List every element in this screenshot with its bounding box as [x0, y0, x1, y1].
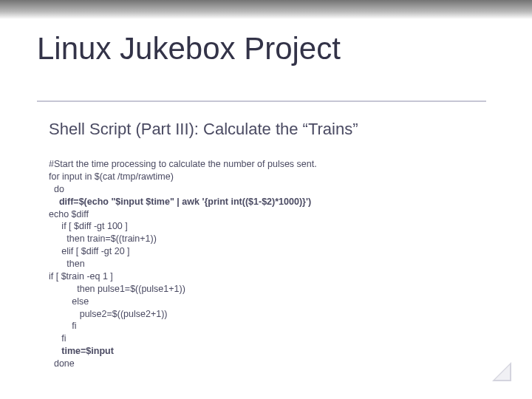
page-curl-icon	[492, 362, 511, 381]
horizontal-rule	[37, 100, 486, 102]
top-shadow	[0, 0, 532, 19]
code-line: #Start the time processing to calculate …	[49, 159, 317, 169]
code-line: do	[49, 184, 64, 194]
code-line: echo $diff	[49, 209, 89, 219]
code-line: else	[49, 296, 89, 307]
code-line: then	[49, 259, 85, 269]
code-line: if [ $train -eq 1 ]	[49, 271, 113, 282]
code-line: elif [ $diff -gt 20 ]	[49, 246, 130, 256]
slide-title: Linux Jukebox Project	[37, 31, 341, 66]
code-line: pulse2=$((pulse2+1))	[49, 309, 168, 319]
code-line: then pulse1=$((pulse1+1))	[49, 284, 185, 294]
code-line: fi	[49, 333, 66, 344]
slide-subtitle: Shell Script (Part III): Calculate the “…	[49, 120, 358, 139]
code-line: if [ $diff -gt 100 ]	[49, 221, 128, 231]
slide: Linux Jukebox Project Shell Script (Part…	[0, 0, 532, 399]
code-line-bold: diff=$(echo "$input $time" | awk '{print…	[49, 197, 311, 207]
code-line: fi	[49, 321, 77, 331]
code-line: then train=$((train+1))	[49, 233, 157, 244]
code-line: for input in $(cat /tmp/rawtime)	[49, 171, 174, 182]
code-line-bold: time=$input	[49, 346, 114, 356]
code-block: #Start the time processing to calculate …	[49, 158, 317, 370]
code-line: done	[49, 358, 75, 369]
